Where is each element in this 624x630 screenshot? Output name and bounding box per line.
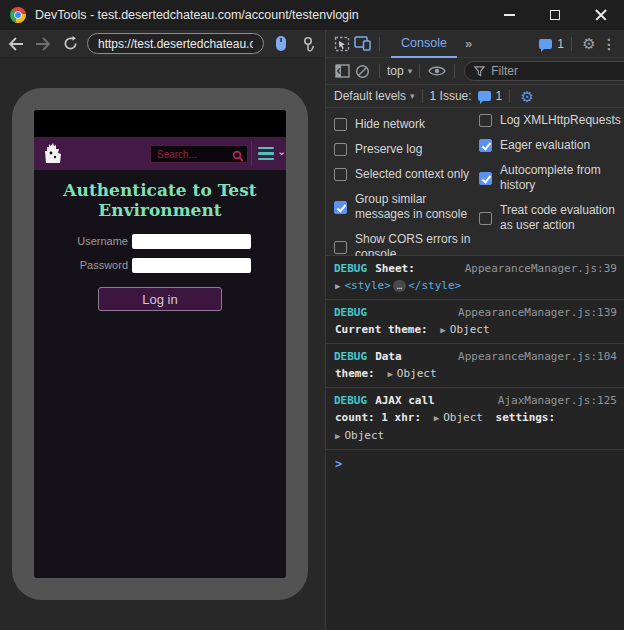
divider: [379, 37, 380, 51]
source-link[interactable]: AjaxManager.js:125: [498, 392, 617, 409]
message-text: settings:: [496, 411, 556, 424]
close-button[interactable]: [578, 0, 624, 30]
setting-selected-context[interactable]: Selected context only: [334, 167, 474, 182]
setting-autocomplete-history[interactable]: Autocomplete from history: [479, 163, 623, 193]
divider: [509, 89, 510, 103]
log-level: DEBUG: [334, 304, 367, 321]
checkbox[interactable]: [479, 114, 492, 127]
log-levels-selector[interactable]: Default levels: [334, 89, 406, 103]
window-title: DevTools - test.desertedchateau.com/acco…: [35, 8, 359, 22]
search-icon[interactable]: [232, 148, 244, 166]
setting-label: Group similar messages in console: [355, 192, 474, 222]
expand-triangle-icon[interactable]: ▶: [387, 369, 392, 379]
divider: [379, 64, 380, 78]
forward-button[interactable]: [33, 34, 53, 54]
setting-label: Preserve log: [355, 142, 422, 157]
issue-count-label: 1 Issue:: [430, 89, 472, 103]
more-tabs-icon[interactable]: »: [465, 36, 470, 51]
expand-triangle-icon[interactable]: ▶: [335, 431, 340, 441]
expand-triangle-icon[interactable]: ▶: [440, 325, 445, 335]
context-selector[interactable]: top: [387, 64, 404, 78]
console-prompt[interactable]: >: [326, 450, 624, 479]
object-link[interactable]: Object: [344, 429, 384, 442]
prompt-chevron-icon: >: [335, 457, 342, 471]
setting-group-similar[interactable]: Group similar messages in console: [334, 192, 474, 222]
console-message: DEBUG Sheet: AppearanceManager.js:39 ▶<s…: [326, 256, 624, 300]
device-screen: ⌄ Authenticate to Test Environment Usern…: [34, 110, 286, 578]
expand-triangle-icon[interactable]: ▶: [335, 281, 340, 291]
maximize-button[interactable]: [532, 0, 578, 30]
site-header: ⌄: [34, 137, 286, 170]
chevron-down-icon: ▾: [408, 66, 413, 76]
expand-triangle-icon[interactable]: ▶: [434, 413, 439, 423]
issue-bubble-icon[interactable]: [478, 91, 491, 101]
minimize-button[interactable]: [486, 0, 532, 30]
checkbox[interactable]: [334, 168, 347, 181]
console-settings-gear-icon[interactable]: ⚙: [517, 86, 537, 106]
back-button[interactable]: [6, 34, 26, 54]
source-link[interactable]: AppearanceManager.js:139: [458, 304, 617, 321]
console-sidebar-icon[interactable]: [332, 61, 352, 81]
live-expression-eye-icon[interactable]: [427, 61, 447, 81]
username-row: Username: [34, 234, 286, 249]
setting-preserve-log[interactable]: Preserve log: [334, 142, 474, 157]
password-field[interactable]: [132, 258, 251, 273]
login-button[interactable]: Log in: [98, 287, 222, 311]
object-link[interactable]: Object: [443, 411, 483, 424]
reload-button[interactable]: [60, 34, 80, 54]
checkbox[interactable]: [479, 212, 492, 225]
settings-gear-icon[interactable]: ⚙: [579, 34, 599, 54]
checkbox[interactable]: [334, 143, 347, 156]
setting-log-xhr[interactable]: Log XMLHttpRequests: [479, 113, 623, 128]
issue-count: 1: [496, 89, 503, 103]
window-titlebar: DevTools - test.desertedchateau.com/acco…: [0, 0, 624, 30]
site-logo-icon[interactable]: [42, 141, 64, 170]
tab-console[interactable]: Console: [391, 30, 457, 58]
checkbox[interactable]: [334, 241, 347, 254]
setting-user-action[interactable]: Treat code evaluation as user action: [479, 203, 623, 233]
username-label: Username: [34, 235, 128, 247]
chrome-icon: [10, 7, 26, 23]
checkbox[interactable]: [334, 118, 347, 131]
message-text: Current theme:: [335, 323, 428, 336]
object-link[interactable]: Object: [450, 323, 490, 336]
browser-viewport-panel: ⌄ Authenticate to Test Environment Usern…: [0, 30, 324, 630]
more-options-icon[interactable]: ⋮: [599, 34, 619, 54]
log-level: DEBUG: [334, 260, 367, 277]
log-level: DEBUG: [334, 348, 367, 365]
hamburger-menu-icon[interactable]: [258, 147, 274, 160]
message-text: Data: [375, 348, 402, 365]
html-close-tag[interactable]: </style>: [408, 279, 461, 292]
divider: [419, 64, 420, 78]
checkbox[interactable]: [479, 172, 492, 185]
device-toolbar-icon[interactable]: [352, 34, 372, 54]
url-bar[interactable]: [87, 33, 264, 54]
source-link[interactable]: AppearanceManager.js:39: [465, 260, 617, 277]
minimize-icon: [504, 14, 515, 16]
checkbox[interactable]: [334, 201, 347, 214]
setting-hide-network[interactable]: Hide network: [334, 117, 474, 132]
html-open-tag[interactable]: <style>: [344, 279, 390, 292]
setting-label: Treat code evaluation as user action: [500, 203, 623, 233]
touch-emulation-icon[interactable]: [298, 34, 318, 54]
setting-label: Log XMLHttpRequests: [500, 113, 621, 128]
filter-box[interactable]: [464, 61, 624, 81]
username-field[interactable]: [132, 234, 251, 249]
menu-chevron-down-icon[interactable]: ⌄: [277, 145, 286, 158]
clear-console-icon[interactable]: [352, 61, 372, 81]
console-messages: DEBUG Sheet: AppearanceManager.js:39 ▶<s…: [326, 256, 624, 630]
setting-eager-evaluation[interactable]: Eager evaluation: [479, 138, 623, 153]
chevron-down-icon: ▾: [410, 91, 415, 101]
checkbox[interactable]: [479, 139, 492, 152]
filter-input[interactable]: [491, 64, 624, 78]
collapsed-content-icon[interactable]: …: [393, 280, 406, 292]
object-link[interactable]: Object: [397, 367, 437, 380]
message-text: AJAX call: [375, 392, 435, 409]
inspect-element-icon[interactable]: [332, 34, 352, 54]
source-link[interactable]: AppearanceManager.js:104: [458, 348, 617, 365]
device-statusbar: [34, 110, 286, 137]
issues-indicator[interactable]: 1: [539, 37, 564, 51]
log-level: DEBUG: [334, 392, 367, 409]
console-toolbar: top ▾: [326, 58, 624, 85]
mouse-emulation-icon[interactable]: [271, 34, 291, 54]
